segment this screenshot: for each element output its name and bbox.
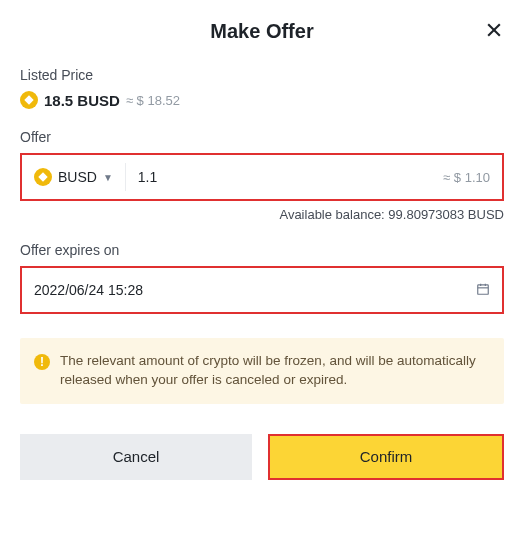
- notice-box: ! The relevant amount of crypto will be …: [20, 338, 504, 404]
- offer-approx: ≈ $ 1.10: [431, 170, 502, 185]
- confirm-button[interactable]: Confirm: [268, 434, 504, 480]
- cancel-button[interactable]: Cancel: [20, 434, 252, 480]
- modal-title: Make Offer: [20, 20, 504, 43]
- calendar-icon: [476, 282, 490, 299]
- offer-amount-input[interactable]: [126, 169, 431, 185]
- listed-price-label: Listed Price: [20, 67, 504, 83]
- button-row: Cancel Confirm: [20, 434, 504, 480]
- currency-name: BUSD: [58, 169, 97, 185]
- expiry-label: Offer expires on: [20, 242, 504, 258]
- listed-price-approx: ≈ $ 18.52: [126, 93, 180, 108]
- modal-header: Make Offer: [20, 20, 504, 43]
- currency-select[interactable]: BUSD ▼: [22, 163, 126, 191]
- svg-rect-2: [24, 95, 33, 104]
- warning-icon: !: [34, 354, 50, 370]
- svg-rect-3: [38, 172, 47, 181]
- offer-input-box: BUSD ▼ ≈ $ 1.10: [20, 153, 504, 201]
- notice-text: The relevant amount of crypto will be fr…: [60, 352, 490, 390]
- chevron-down-icon: ▼: [103, 172, 113, 183]
- expiry-value: 2022/06/24 15:28: [34, 282, 476, 298]
- offer-label: Offer: [20, 129, 504, 145]
- listed-price-row: 18.5 BUSD ≈ $ 18.52: [20, 91, 504, 109]
- close-icon[interactable]: [484, 20, 504, 40]
- busd-icon: [20, 91, 38, 109]
- available-balance: Available balance: 99.80973083 BUSD: [20, 207, 504, 222]
- busd-icon: [34, 168, 52, 186]
- listed-price-amount: 18.5 BUSD: [44, 92, 120, 109]
- svg-rect-4: [478, 284, 489, 293]
- expiry-input[interactable]: 2022/06/24 15:28: [20, 266, 504, 314]
